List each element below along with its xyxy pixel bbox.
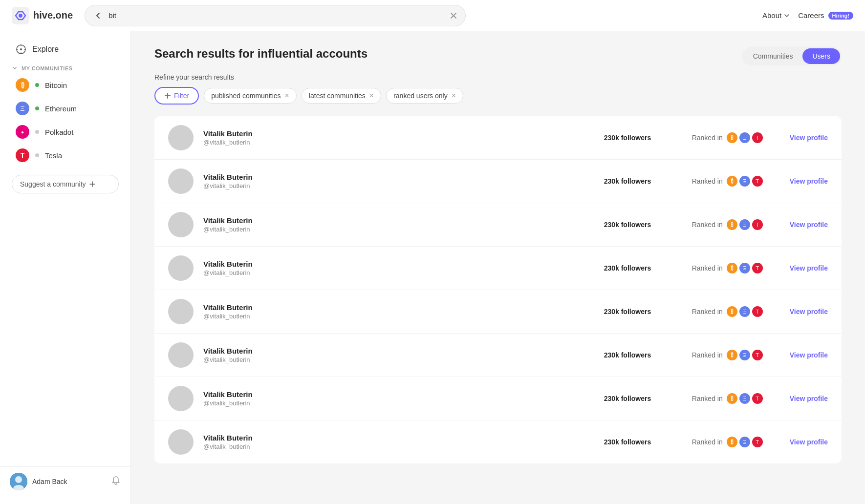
community-icons: ₿ Ξ T [727, 350, 763, 360]
careers-link[interactable]: Careers Hiring! [798, 11, 853, 20]
bell-icon[interactable] [111, 476, 121, 487]
ethereum-icon: Ξ [16, 102, 29, 115]
result-ranked: Ranked in ₿ Ξ T [692, 219, 780, 230]
filter-label: Filter [174, 92, 189, 100]
filter-tag-published: published communities × [204, 88, 297, 104]
header: hive.one About Careers Hiring! [0, 0, 865, 31]
search-clear-button[interactable] [450, 12, 457, 20]
sidebar: Explore MY COMMUNITIES ₿ Bitcoin Ξ Ether… [0, 31, 131, 504]
chevron-down-sidebar-icon [12, 65, 18, 71]
view-profile-button[interactable]: View profile [790, 308, 828, 315]
ethereum-label: Ethereum [45, 105, 77, 113]
tesla-community-icon: T [752, 219, 763, 230]
logo[interactable]: hive.one [12, 7, 73, 24]
community-icons: ₿ Ξ T [727, 306, 763, 317]
ethereum-community-icon: Ξ [739, 350, 750, 360]
back-arrow-icon [94, 11, 103, 20]
community-icons: ₿ Ξ T [727, 393, 763, 404]
filter-latest-label: latest communities [309, 92, 366, 100]
filter-ranked-remove[interactable]: × [452, 92, 456, 100]
result-ranked: Ranked in ₿ Ξ T [692, 350, 780, 360]
avatar-image [10, 473, 27, 490]
filter-published-label: published communities [211, 92, 281, 100]
tesla-inactive-dot [35, 153, 39, 157]
filter-button[interactable]: Filter [154, 87, 199, 105]
toggle-communities-button[interactable]: Communities [743, 48, 803, 64]
result-ranked: Ranked in ₿ Ξ T [692, 176, 780, 187]
view-profile-button[interactable]: View profile [790, 264, 828, 272]
result-handle: @vitalik_butlerin [203, 313, 594, 320]
hiring-badge: Hiring! [828, 12, 853, 20]
sidebar-item-bitcoin[interactable]: ₿ Bitcoin [4, 73, 127, 97]
view-profile-button[interactable]: View profile [790, 438, 828, 446]
result-handle: @vitalik_butlerin [203, 269, 594, 276]
avatar [168, 255, 194, 281]
view-profile-button[interactable]: View profile [790, 177, 828, 185]
result-followers: 230k followers [604, 438, 682, 446]
view-profile-button[interactable]: View profile [790, 395, 828, 402]
sidebar-item-ethereum[interactable]: Ξ Ethereum [4, 97, 127, 120]
view-profile-button[interactable]: View profile [790, 134, 828, 142]
results-card: Vitalik Buterin @vitalik_butlerin 230k f… [154, 116, 842, 463]
view-profile-button[interactable]: View profile [790, 221, 828, 229]
result-followers: 230k followers [604, 351, 682, 359]
filter-published-remove[interactable]: × [285, 92, 289, 100]
sidebar-item-polkadot[interactable]: ● Polkadot [4, 120, 127, 144]
avatar [168, 212, 194, 237]
result-info: Vitalik Buterin @vitalik_butlerin [203, 260, 594, 276]
result-handle: @vitalik_butlerin [203, 356, 594, 363]
community-icons: ₿ Ξ T [727, 263, 763, 273]
sidebar-section-label: MY COMMUNITIES [0, 60, 130, 73]
result-info: Vitalik Buterin @vitalik_butlerin [203, 216, 594, 233]
table-row: Vitalik Buterin @vitalik_butlerin 230k f… [154, 160, 842, 203]
result-name: Vitalik Buterin [203, 216, 594, 225]
about-link[interactable]: About [762, 11, 790, 20]
search-toggle: Communities Users [742, 47, 842, 65]
toggle-users-button[interactable]: Users [802, 48, 840, 64]
polkadot-inactive-dot [35, 130, 39, 134]
result-followers: 230k followers [604, 395, 682, 402]
result-followers: 230k followers [604, 177, 682, 185]
community-icons: ₿ Ξ T [727, 437, 763, 447]
result-followers: 230k followers [604, 134, 682, 142]
plus-icon [89, 181, 96, 188]
result-handle: @vitalik_butlerin [203, 139, 594, 146]
bitcoin-active-dot [35, 83, 39, 87]
bitcoin-community-icon: ₿ [727, 306, 737, 317]
ethereum-community-icon: Ξ [739, 437, 750, 447]
search-input[interactable] [108, 11, 445, 20]
result-ranked: Ranked in ₿ Ξ T [692, 437, 780, 447]
result-info: Vitalik Buterin @vitalik_butlerin [203, 303, 594, 320]
result-name: Vitalik Buterin [203, 129, 594, 138]
search-bar [85, 5, 466, 26]
result-followers: 230k followers [604, 221, 682, 229]
result-name: Vitalik Buterin [203, 303, 594, 312]
table-row: Vitalik Buterin @vitalik_butlerin 230k f… [154, 203, 842, 247]
result-name: Vitalik Buterin [203, 260, 594, 268]
result-followers: 230k followers [604, 308, 682, 315]
svg-point-3 [20, 48, 22, 50]
sidebar-item-tesla[interactable]: T Tesla [4, 144, 127, 167]
polkadot-icon: ● [16, 125, 29, 139]
ethereum-community-icon: Ξ [739, 306, 750, 317]
result-followers: 230k followers [604, 264, 682, 272]
header-nav: About Careers Hiring! [762, 11, 853, 20]
sidebar-explore[interactable]: Explore [4, 39, 127, 60]
bitcoin-community-icon: ₿ [727, 350, 737, 360]
tesla-community-icon: T [752, 350, 763, 360]
suggest-community-button[interactable]: Suggest a community [12, 175, 119, 193]
filter-tag-ranked: ranked users only × [386, 88, 463, 104]
bitcoin-label: Bitcoin [45, 81, 67, 89]
main-content: Search results for influential accounts … [131, 31, 865, 504]
search-back-button[interactable] [93, 10, 104, 21]
result-handle: @vitalik_butlerin [203, 399, 594, 407]
view-profile-button[interactable]: View profile [790, 351, 828, 359]
table-row: Vitalik Buterin @vitalik_butlerin 230k f… [154, 377, 842, 420]
bitcoin-community-icon: ₿ [727, 437, 737, 447]
svg-point-5 [15, 476, 22, 483]
filter-latest-remove[interactable]: × [369, 92, 374, 100]
chevron-down-icon [783, 12, 790, 19]
community-icons: ₿ Ξ T [727, 176, 763, 187]
result-handle: @vitalik_butlerin [203, 443, 594, 450]
user-info: Adam Back [10, 473, 67, 490]
